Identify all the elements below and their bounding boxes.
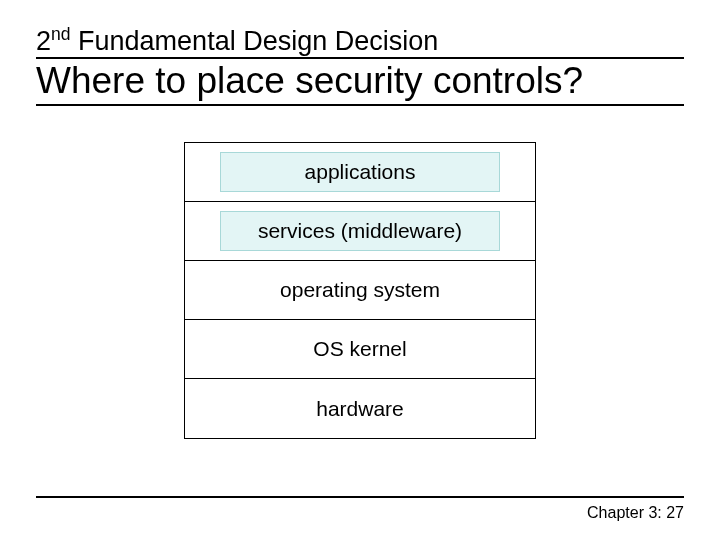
layer-applications-label: applications: [220, 152, 500, 192]
subtitle-prefix: 2: [36, 26, 51, 56]
layer-hardware: hardware: [185, 379, 535, 438]
footer-text: Chapter 3: 27: [587, 504, 684, 522]
layer-services-label: services (middleware): [220, 211, 500, 251]
slide-title: Where to place security controls?: [36, 61, 684, 106]
layer-kernel-label: OS kernel: [220, 329, 500, 369]
subtitle-rest: Fundamental Design Decision: [71, 26, 439, 56]
footer-divider: [36, 496, 684, 498]
subtitle-super: nd: [51, 24, 71, 44]
layer-hardware-label: hardware: [220, 389, 500, 429]
slide-subtitle: 2nd Fundamental Design Decision: [36, 24, 684, 59]
layer-services: services (middleware): [185, 202, 535, 261]
layer-applications: applications: [185, 143, 535, 202]
layer-kernel: OS kernel: [185, 320, 535, 379]
layer-os-label: operating system: [220, 270, 500, 310]
layer-os: operating system: [185, 261, 535, 320]
layer-stack: applications services (middleware) opera…: [184, 142, 536, 439]
